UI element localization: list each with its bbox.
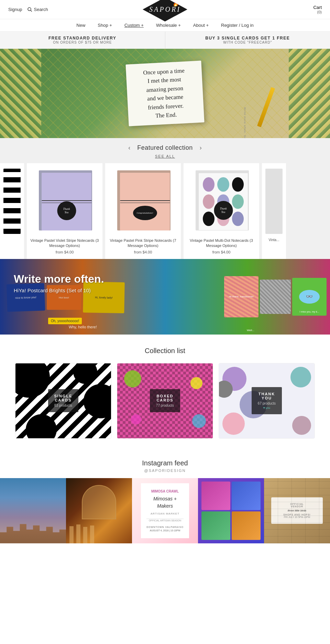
promo-right-title: BUY 3 SINGLE CARDS GET 1 FREE [169,36,326,41]
list-item[interactable]: ThankYou Vintage Pastel Violet Stripe No… [27,163,102,259]
featured-section: ‹ Featured collection › SEE ALL ThankYou [0,138,330,259]
promo-right-sub: WITH CODE "FREECARD" [169,41,326,44]
search-label: Search [34,7,48,12]
product-image-violet: ThankYou [32,169,97,234]
card-label-violet: ThankYou [57,201,76,220]
list-item[interactable] [0,163,24,259]
card-label-multi: ThankYou [214,201,233,220]
postcard-6: 👓 I miss you, my d... [292,278,327,316]
cart-section[interactable]: Cart (0) [313,5,322,14]
mid-banner: nice to know you! Hoi boo! Hi, lovely la… [0,259,330,335]
mid-banner-text: Write more often. HiYa! Postcard Brights… [14,273,104,293]
svg-line-1 [31,10,32,12]
hero-card: Once upon a timeI met the mostamazing pe… [125,60,204,126]
collection-label-single: SINGLECARDS 83 products [48,389,79,412]
product-image-multi: ThankYou [189,169,254,234]
instagram-post-2[interactable] [66,478,132,543]
hero-text: Once upon a timeI met the mostamazing pe… [143,66,187,121]
logo-diamond: SAPORI 🔥 [143,0,187,22]
promo-left: FREE STANDARD DELIVERY ON ORDERS OF $75 … [0,32,165,48]
featured-prev-button[interactable]: ‹ [128,144,130,151]
instagram-post-5[interactable]: OFFICIALVENDOR three little birds SHOPS … [264,478,330,543]
nav-new[interactable]: New [76,23,85,28]
collection-label-title: THANKYOU [258,392,276,400]
card-front-multi: ThankYou [198,173,248,230]
collection-title: Collection list [8,347,322,355]
featured-title: Featured collection [137,144,193,151]
product-name: Vintage Pastel Violet Stripe Notecards (… [31,238,99,249]
list-item[interactable]: ThankYou Vintage Pastel Multi-Dot Noteca… [184,163,259,259]
mid-banner-title: Write more often. [14,273,104,285]
product-price: from $4.00 [134,250,152,254]
promo-left-sub: ON ORDERS OF $75 OR MORE [4,41,161,44]
instagram-title: Instagram feed [0,459,330,467]
colorful-cards-overlay [198,478,264,543]
product-price: from $4.00 [56,250,74,254]
header-left: Signup Search [8,7,48,12]
card-front-pink: Congratulations! [120,173,170,230]
hero-banner: Once upon a timeI met the mostamazing pe… [0,49,330,138]
mid-banner-bottom-text3: Well... [247,329,254,332]
featured-header: ‹ Featured collection › [0,144,330,154]
products-row: ThankYou Vintage Pastel Violet Stripe No… [0,163,330,259]
collection-card-boxed[interactable]: BOXEDCARDS 77 products [117,363,213,439]
product-name: Vintage Pastel Pink Stripe Notecards (7M… [110,238,176,249]
collection-bg-bw: SINGLECARDS 83 products [15,363,111,438]
nav-wholesale[interactable]: Wholesale + [156,23,181,28]
promo-left-title: FREE STANDARD DELIVERY [4,36,161,41]
nav-shop[interactable]: Shop + [98,23,112,28]
mid-banner-bottom-text2: Oh, yoooohooooo! [48,318,82,324]
promo-bar: FREE STANDARD DELIVERY ON ORDERS OF $75 … [0,32,330,49]
logo-text: SAPORI [149,5,181,13]
hero-brand-label: Write more often. SAPORI.CO [243,107,246,138]
nav-register[interactable]: Register / Log in [221,23,254,28]
instagram-post-1[interactable] [0,478,66,543]
product-price: from $4.00 [212,250,231,254]
svg-point-0 [28,8,31,11]
nav-custom[interactable]: Custom + [124,23,144,28]
collection-card-single[interactable]: SINGLECARDS 83 products [15,363,111,439]
collection-label-count: 77 products [156,404,174,407]
collection-section: Collection list SINGLECARDS 83 products [0,335,330,449]
collection-card-thankyou[interactable]: THANKYOU 67 products ♥ you [219,363,315,439]
brick-pattern [264,478,330,543]
postcard-4: Hi there, handsome! [224,276,258,317]
arch-dome [82,485,116,519]
collection-label-boxed: BOXEDCARDS 77 products [150,389,180,412]
collection-label-thankyou: THANKYOU 67 products ♥ you [252,387,282,414]
cart-label: Cart [313,5,322,10]
collection-grid: SINGLECARDS 83 products BOXEDCARDS [8,363,322,439]
instagram-post-3[interactable]: MIMOSA CRAWL Mimosas + Makers Artisan Ma… [132,478,198,543]
collection-label-count: 83 products [54,404,73,407]
collection-label-title: SINGLECARDS [54,394,73,402]
mid-banner-right-cards: Hi there, handsome! 👓 I miss you, my d..… [224,262,330,331]
card-front: ThankYou [42,173,91,230]
instagram-handle: @SAPORIDESIGN [0,468,330,473]
card-label-pink: Congratulations! [133,206,157,220]
mid-banner-subtitle: HiYa! Postcard Brights (Set of 10) [14,287,104,293]
collection-label-count: 67 products [258,402,276,405]
instagram-post-4[interactable] [198,478,264,543]
instagram-section: Instagram feed @SAPORIDESIGN MIMOSA CRAW… [0,449,330,543]
header: Signup Search SAPORI 🔥 Cart (0) [0,0,330,19]
nav-about[interactable]: About + [193,23,209,28]
signup-link[interactable]: Signup [8,7,22,12]
logo[interactable]: SAPORI 🔥 [143,0,187,22]
product-name: Vintage Pastel Multi-Dot Notecards (3Mes… [190,238,253,249]
mid-banner-bottom-text: Why, hello there! [69,325,97,329]
search-button[interactable]: Search [28,7,48,12]
product-image-pink: Congratulations! [110,169,176,234]
collection-bg-pink: BOXEDCARDS 77 products [117,363,213,438]
list-item[interactable]: Vinta... [262,163,286,259]
promo-right: BUY 3 SINGLE CARDS GET 1 FREE WITH CODE … [165,32,330,48]
search-icon [28,7,32,12]
insta-event-card: MIMOSA CRAWL Mimosas + Makers Artisan Ma… [141,483,189,538]
list-item[interactable]: Congratulations! Vintage Pastel Pink Str… [105,163,181,259]
see-all-link[interactable]: SEE ALL [0,154,330,163]
cart-count: (0) [313,10,322,14]
instagram-grid: MIMOSA CRAWL Mimosas + Makers Artisan Ma… [0,478,330,543]
featured-next-button[interactable]: › [200,144,202,151]
postcard-5 [260,280,291,314]
collection-label-title: BOXEDCARDS [156,394,174,402]
collection-bg-dots: THANKYOU 67 products ♥ you [219,363,315,438]
